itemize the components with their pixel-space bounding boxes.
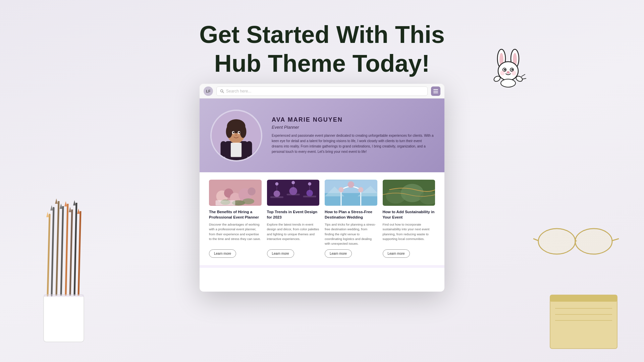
browser-window: LF Search here...: [200, 84, 444, 292]
svg-rect-34: [44, 294, 84, 297]
right-decor-svg: [523, 174, 637, 362]
browser-bottom-bar: [200, 265, 444, 268]
svg-point-82: [291, 181, 295, 184]
card-4-learn-more-button[interactable]: Learn more: [383, 249, 410, 258]
card-4-desc: Find out how to incorporate sustainabili…: [383, 222, 435, 246]
right-decoration: [523, 174, 637, 362]
profile-name: AVA MARIE NGUYEN: [272, 116, 434, 123]
svg-line-18: [48, 215, 50, 296]
svg-point-69: [248, 187, 255, 195]
svg-point-55: [240, 125, 246, 138]
heading-line-1: Get Started With This: [199, 21, 444, 48]
svg-rect-61: [231, 142, 241, 157]
card-2: Top Trends in Event Design for 2023 Expl…: [267, 180, 320, 258]
svg-line-39: [612, 239, 619, 241]
svg-point-54: [226, 125, 232, 138]
card-4-img-svg: [383, 180, 435, 206]
hero-section: AVA MARIE NGUYEN Event Planner Experienc…: [200, 99, 444, 172]
svg-point-8: [512, 69, 513, 71]
search-placeholder: Search here...: [226, 89, 251, 94]
card-2-img-svg: [267, 180, 320, 206]
svg-point-60: [235, 134, 237, 136]
card-3-title: How to Plan a Stress-Free Destination We…: [325, 209, 377, 220]
card-1-learn-more-button[interactable]: Learn more: [209, 249, 236, 258]
card-3-image: [325, 180, 377, 206]
card-2-image: [267, 180, 320, 206]
card-2-desc: Explore the latest trends in event desig…: [267, 222, 320, 246]
menu-button[interactable]: [431, 86, 440, 96]
svg-point-81: [275, 182, 278, 186]
profile-title: Event Planner: [272, 125, 434, 130]
search-icon: [220, 89, 224, 93]
svg-rect-42: [550, 295, 617, 349]
browser-content: AVA MARIE NGUYEN Event Planner Experienc…: [200, 99, 444, 292]
browser-chrome-bar: LF Search here...: [200, 84, 444, 99]
avatar-initials: LF: [206, 89, 210, 93]
svg-point-41: [576, 230, 611, 253]
card-3-img-svg: [325, 180, 377, 206]
card-1-image: [209, 180, 262, 206]
svg-marker-29: [69, 207, 71, 212]
heading-line-2: Hub Theme Today!: [214, 50, 430, 77]
pencil-cup-decoration: [10, 154, 117, 362]
svg-point-9: [507, 71, 509, 73]
svg-point-4: [498, 62, 518, 80]
browser-avatar: LF: [204, 86, 213, 96]
card-3: How to Plan a Stress-Free Destination We…: [325, 180, 377, 258]
svg-rect-73: [216, 200, 235, 205]
svg-point-92: [347, 181, 354, 188]
svg-rect-17: [44, 295, 84, 342]
card-1-title: The Benefits of Hiring a Professional Ev…: [209, 209, 262, 220]
svg-marker-25: [60, 203, 62, 209]
svg-line-38: [533, 239, 538, 241]
card-1-desc: Discover the advantages of working with …: [209, 222, 262, 246]
svg-point-58: [233, 132, 234, 133]
svg-line-24: [61, 206, 63, 296]
svg-marker-27: [64, 201, 67, 206]
rabbit-svg: [490, 47, 527, 90]
svg-rect-63: [246, 141, 252, 157]
svg-line-22: [56, 201, 59, 296]
svg-point-7: [504, 69, 506, 71]
svg-rect-62: [221, 141, 226, 157]
main-heading-block: Get Started With This Hub Theme Today!: [0, 20, 644, 78]
svg-line-26: [66, 204, 68, 296]
hamburger-icon: [433, 89, 438, 93]
svg-point-91: [358, 187, 364, 192]
svg-point-10: [500, 71, 505, 75]
card-4-image: [383, 180, 435, 206]
card-4: How to Add Sustainability in Your Event …: [383, 180, 435, 258]
rabbit-mascot-icon: [490, 47, 527, 90]
svg-line-16: [522, 78, 526, 79]
cards-grid: The Benefits of Hiring a Professional Ev…: [209, 180, 435, 258]
browser-search-bar[interactable]: Search here...: [216, 86, 428, 96]
pencil-svg: [10, 154, 117, 362]
svg-marker-31: [73, 200, 76, 205]
profile-avatar: [210, 110, 262, 162]
svg-line-48: [223, 92, 224, 93]
card-4-title: How to Add Sustainability in Your Event: [383, 209, 435, 220]
svg-line-20: [52, 208, 54, 296]
svg-point-40: [539, 230, 574, 253]
svg-line-30: [74, 203, 76, 296]
card-2-learn-more-button[interactable]: Learn more: [267, 249, 294, 258]
svg-point-72: [243, 198, 254, 204]
page-heading: Get Started With This Hub Theme Today!: [0, 20, 644, 78]
card-1-img-svg: [209, 180, 262, 206]
svg-line-28: [70, 209, 72, 296]
hero-text-block: AVA MARIE NGUYEN Event Planner Experienc…: [272, 116, 434, 155]
profile-bio: Experienced and passionate event planner…: [272, 133, 434, 155]
cards-section: The Benefits of Hiring a Professional Ev…: [200, 172, 444, 265]
svg-point-78: [273, 190, 280, 197]
svg-marker-33: [77, 208, 80, 214]
card-1: The Benefits of Hiring a Professional Ev…: [209, 180, 262, 258]
card-3-learn-more-button[interactable]: Learn more: [325, 249, 352, 258]
svg-line-32: [78, 211, 80, 296]
svg-point-11: [512, 71, 516, 75]
card-2-title: Top Trends in Event Design for 2023: [267, 209, 320, 220]
svg-point-14: [501, 79, 516, 87]
svg-rect-43: [550, 295, 617, 302]
svg-marker-23: [55, 198, 58, 204]
svg-point-83: [308, 182, 311, 186]
avatar-illustration: [212, 111, 261, 160]
